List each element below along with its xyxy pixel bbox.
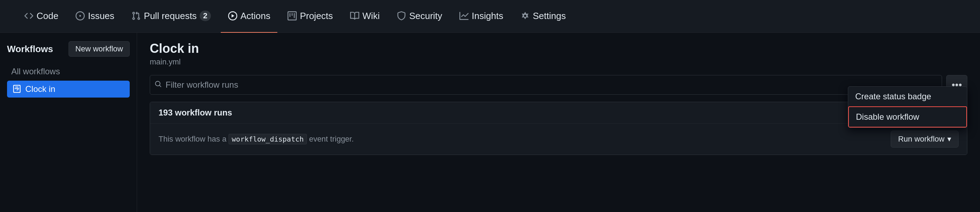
main-content: Clock in main.yml ••• Create status badg… — [137, 33, 980, 212]
runs-info-text: This workflow has a workflow_dispatch ev… — [159, 135, 354, 144]
security-icon — [396, 11, 406, 21]
nav-item-pull-requests[interactable]: Pull requests 2 — [124, 0, 218, 33]
nav-item-issues[interactable]: Issues — [68, 0, 121, 33]
nav-item-security[interactable]: Security — [390, 0, 449, 33]
nav-label-settings: Settings — [533, 11, 566, 21]
sidebar-header: Workflows New workflow — [7, 41, 130, 57]
nav-label-wiki: Wiki — [363, 11, 380, 21]
nav-item-wiki[interactable]: Wiki — [343, 0, 387, 33]
filter-input[interactable] — [150, 75, 942, 95]
nav-label-actions: Actions — [240, 11, 270, 21]
create-status-badge-item[interactable]: Create status badge — [848, 87, 967, 106]
sidebar-item-clock-in[interactable]: Clock in — [7, 81, 130, 98]
runs-info-row: This workflow has a workflow_dispatch ev… — [150, 124, 967, 154]
settings-icon — [520, 11, 530, 21]
nav-item-projects[interactable]: Projects — [280, 0, 340, 33]
run-workflow-label: Run workflow — [898, 135, 945, 144]
pr-icon — [131, 11, 141, 21]
runs-header: 193 workflow runs Event ▾ Status ▾ — [150, 102, 967, 124]
info-suffix: event trigger. — [309, 135, 354, 143]
main-layout: Workflows New workflow All workflows Clo… — [0, 33, 980, 212]
search-icon — [155, 81, 162, 90]
issues-icon — [75, 11, 85, 21]
new-workflow-button[interactable]: New workflow — [68, 41, 130, 57]
actions-icon — [228, 11, 238, 21]
insights-icon — [459, 11, 469, 21]
info-prefix: This workflow has a — [159, 135, 226, 143]
runs-table: 193 workflow runs Event ▾ Status ▾ This … — [150, 102, 967, 155]
workflow-title: Clock in — [150, 41, 967, 56]
disable-workflow-item[interactable]: Disable workflow — [848, 106, 967, 127]
runs-count: 193 workflow runs — [159, 108, 899, 117]
filter-input-wrap — [150, 75, 942, 95]
run-workflow-button[interactable]: Run workflow ▾ — [891, 131, 959, 148]
pr-badge: 2 — [200, 11, 211, 21]
nav-item-settings[interactable]: Settings — [513, 0, 573, 33]
projects-icon — [287, 11, 297, 21]
top-nav: Code Issues Pull requests 2 Actions Proj… — [0, 0, 980, 33]
wiki-icon — [350, 11, 360, 21]
workflow-run-icon — [12, 84, 22, 94]
nav-label-projects: Projects — [300, 11, 333, 21]
dropdown-menu: Create status badge Disable workflow — [848, 86, 967, 128]
run-workflow-chevron-icon: ▾ — [947, 135, 951, 144]
info-code: workflow_dispatch — [229, 134, 307, 145]
nav-item-actions[interactable]: Actions — [221, 0, 277, 33]
sidebar-item-all-workflows[interactable]: All workflows — [7, 64, 130, 79]
sidebar: Workflows New workflow All workflows Clo… — [0, 33, 137, 212]
nav-label-security: Security — [409, 11, 442, 21]
filter-bar: ••• — [150, 75, 967, 95]
nav-label-issues: Issues — [88, 11, 114, 21]
sidebar-title: Workflows — [7, 44, 53, 55]
nav-label-insights: Insights — [472, 11, 503, 21]
active-workflow-label: Clock in — [25, 84, 55, 94]
nav-label-pull-requests: Pull requests — [144, 11, 196, 21]
nav-item-code[interactable]: Code — [17, 0, 65, 33]
nav-label-code: Code — [37, 11, 58, 21]
workflow-file: main.yml — [150, 58, 967, 67]
nav-item-insights[interactable]: Insights — [452, 0, 511, 33]
code-icon — [24, 11, 34, 21]
